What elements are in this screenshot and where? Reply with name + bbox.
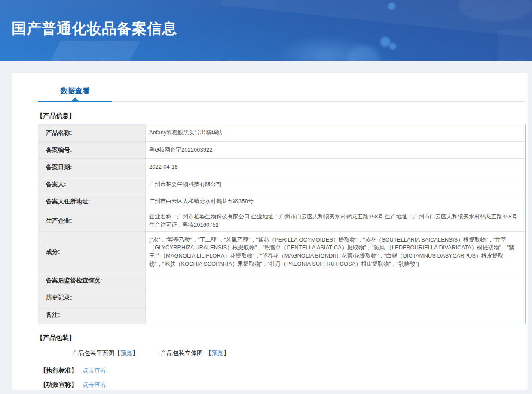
row-value: 2022-04-16 [146,159,525,176]
row-label: 产品名称: [38,124,146,141]
banner-decoration [221,0,532,42]
tab-active-underline [38,101,112,102]
tab-data-view-label: 数据查看 [61,87,90,95]
bracket-close: 】 [223,349,229,357]
table-row: 备案日期:2022-04-16 [38,159,525,176]
banner-decoration [498,30,532,61]
table-row: 历史记录: [38,289,525,306]
tab-data-view[interactable]: 数据查看 [38,86,112,102]
banner-dot-decoration [388,3,395,10]
row-value [146,289,525,306]
bracket-open: 【 [205,349,211,357]
row-label: 成分: [38,232,146,272]
row-label: 历史记录: [38,289,146,306]
row-value: 粤G妆网备字2022063922 [146,142,525,158]
table-row: 备案后监督检查情况: [38,272,525,289]
banner-decoration [47,41,140,61]
row-value [146,306,525,324]
row-label: 备案人住所地址: [38,193,146,210]
row-label: 备案后监督检查情况: [38,272,146,289]
table-row: 产品名称:Anfany乳糖酸黑头导出精华贴 [38,124,525,142]
table-row: 成分:["水"，"羟基乙酸"，"丁二醇"，"苯氧乙醇"，"紫苏（PERILLA … [38,232,525,272]
row-label: 备注: [38,306,146,324]
row-label: 备案编号: [38,142,146,158]
banner-decoration [346,45,381,61]
row-value [146,272,525,289]
row-label: 备案人: [38,176,146,193]
packaging-flat-preview-link[interactable]: 预览 [120,349,132,357]
section-packaging-title: 【产品包装】 [37,334,528,342]
section-product-info-title: 【产品信息】 [37,112,528,120]
bracket-close: 】 [132,349,138,357]
standards-view-link[interactable]: 点击查看 [82,367,106,375]
table-row: 备案人:广州市柏姿生物科技有限公司 [38,176,525,193]
row-value: 广州市白云区人和镇秀水村鹤龙五路358号 [146,193,525,210]
table-row: 生产企业:企业名称：广州市柏姿生物科技有限公司 企业地址：广州市白云区人和镇秀水… [38,210,525,232]
content-card: 数据查看 【产品信息】 产品名称:Anfany乳糖酸黑头导出精华贴备案编号:粤G… [12,73,528,390]
table-row: 备案编号:粤G妆网备字2022063922 [38,142,525,159]
table-row: 备案人住所地址:广州市白云区人和镇秀水村鹤龙五路358号 [38,193,525,210]
row-value: 广州市柏姿生物科技有限公司 [146,176,525,193]
product-info-table: 产品名称:Anfany乳糖酸黑头导出精华贴备案编号:粤G妆网备字20220639… [38,124,526,324]
page-title: 国产普通化妆品备案信息 [12,19,177,39]
row-label: 生产企业: [38,210,146,231]
packaging-stereo-item: 产品包装立体图 【 预览 】 [161,349,229,357]
banner-dot-decoration [389,43,396,50]
efficacy-row: 【功效宣称】 点击查看 [40,381,528,389]
packaging-stereo-label: 产品包装立体图 [161,349,203,357]
table-row: 备注: [38,306,525,324]
packaging-flat-label: 产品包装平面图 [72,349,114,357]
packaging-row: 产品包装平面图 【 预览 】 产品包装立体图 【 预览 】 [72,349,528,357]
banner-decoration [275,35,378,61]
banner-decoration [458,0,532,21]
packaging-flat-item: 产品包装平面图 【 预览 】 [72,349,138,357]
tab-bar-divider [112,101,526,102]
page-banner: 国产普通化妆品备案信息 [0,0,532,61]
section-standards-title: 【执行标准】 [40,367,77,375]
packaging-stereo-preview-link[interactable]: 预览 [211,349,223,357]
tab-active-arrow [72,97,79,101]
efficacy-view-link[interactable]: 点击查看 [82,381,106,389]
standards-row: 【执行标准】 点击查看 [40,367,528,375]
section-efficacy-title: 【功效宣称】 [40,381,77,389]
banner-dot-decoration [380,37,390,47]
row-value: Anfany乳糖酸黑头导出精华贴 [146,124,525,141]
row-value: ["水"，"羟基乙酸"，"丁二醇"，"苯氧乙醇"，"紫苏（PERILLA OCY… [146,232,525,272]
row-value: 企业名称：广州市柏姿生物科技有限公司 企业地址：广州市白云区人和镇秀水村鹤龙五路… [146,210,525,231]
tab-bar: 数据查看 [12,73,528,102]
row-label: 备案日期: [38,159,146,176]
bracket-open: 【 [114,349,120,357]
